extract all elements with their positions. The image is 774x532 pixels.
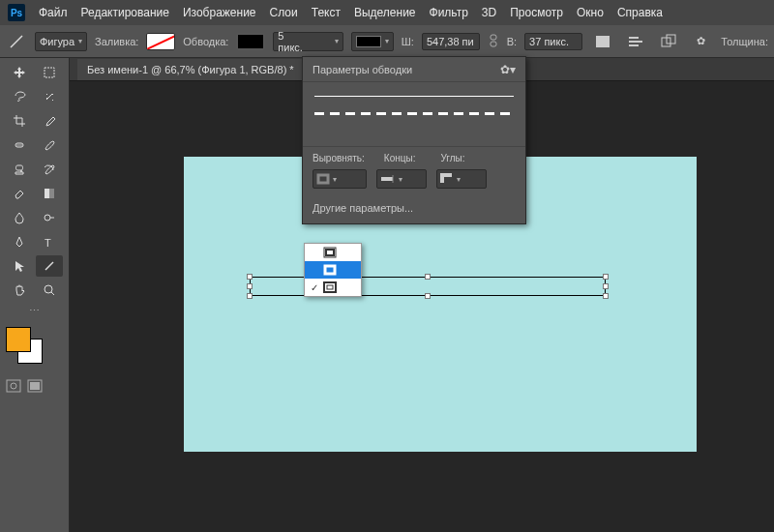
menu-edit[interactable]: Редактирование (81, 6, 169, 19)
path-select-tool[interactable] (6, 255, 33, 277)
menu-select[interactable]: Выделение (354, 6, 416, 19)
app-logo: Ps (8, 4, 25, 21)
svg-point-11 (16, 144, 17, 145)
svg-rect-9 (45, 68, 54, 77)
align-label: Выровнять: (313, 153, 365, 163)
stroke-style-dropdown[interactable]: ▾ (351, 32, 394, 51)
crop-tool[interactable] (6, 110, 33, 132)
heal-tool[interactable] (6, 134, 33, 156)
svg-point-19 (45, 285, 52, 293)
gradient-tool[interactable] (36, 183, 63, 204)
menu-3d[interactable]: 3D (482, 6, 496, 19)
svg-point-22 (11, 383, 16, 389)
svg-rect-2 (491, 42, 496, 46)
eyedropper-tool[interactable] (36, 110, 63, 132)
svg-rect-27 (381, 177, 393, 181)
more-options-link[interactable]: Другие параметры... (303, 196, 525, 223)
fill-label: Заливка: (95, 36, 138, 47)
link-wh-icon[interactable] (488, 34, 499, 49)
fill-swatch[interactable] (146, 33, 175, 50)
menu-view[interactable]: Просмотр (510, 6, 563, 19)
wand-tool[interactable] (36, 86, 63, 107)
align-option-outside[interactable]: ✓ (305, 279, 361, 296)
svg-rect-5 (629, 41, 642, 43)
fg-color-swatch[interactable] (6, 327, 31, 352)
toolbox: T ⋯ (0, 58, 70, 532)
stamp-tool[interactable] (6, 159, 33, 180)
align-dropdown-list: ✓ (304, 243, 362, 297)
dodge-tool[interactable] (36, 207, 63, 228)
caps-label: Концы: (384, 153, 416, 163)
svg-rect-24 (30, 382, 40, 390)
stroke-preset-dashed[interactable] (314, 112, 514, 115)
menu-filter[interactable]: Фильтр (430, 6, 468, 19)
line-tool-icon (6, 31, 27, 52)
menu-file[interactable]: Файл (39, 6, 68, 19)
svg-rect-32 (324, 282, 336, 292)
stroke-width-dropdown[interactable]: 5 пикс.▾ (273, 32, 342, 51)
blur-tool[interactable] (6, 207, 33, 228)
arrange-icon[interactable] (623, 31, 648, 52)
zoom-tool[interactable] (36, 280, 63, 301)
menu-text[interactable]: Текст (312, 6, 341, 19)
svg-rect-33 (327, 285, 333, 289)
svg-rect-4 (629, 37, 639, 39)
width-input[interactable]: 547,38 пи (422, 33, 480, 50)
align-option-inside[interactable] (305, 244, 361, 261)
svg-rect-1 (491, 35, 496, 40)
options-bar: Фигура▾ Заливка: Обводка: 5 пикс.▾ ▾ Ш: … (0, 25, 774, 58)
color-swatches[interactable] (6, 327, 45, 366)
svg-rect-15 (45, 189, 49, 198)
line-shape-tool[interactable] (36, 255, 63, 277)
height-input[interactable]: 37 пикс. (524, 33, 582, 50)
menu-help[interactable]: Справка (617, 6, 663, 19)
svg-line-18 (45, 262, 53, 270)
svg-point-12 (18, 144, 19, 145)
hand-tool[interactable] (6, 280, 33, 301)
stroke-preset-solid[interactable] (314, 96, 514, 97)
stroke-preset-dotted[interactable] (314, 131, 514, 133)
menu-bar: Ps Файл Редактирование Изображение Слои … (0, 0, 774, 25)
quickmask-icon[interactable] (6, 379, 21, 395)
caps-dropdown[interactable]: ▾ (376, 169, 427, 189)
svg-rect-31 (325, 266, 335, 274)
svg-line-20 (51, 292, 54, 295)
menu-image[interactable]: Изображение (183, 6, 256, 19)
svg-point-16 (45, 215, 50, 221)
menu-window[interactable]: Окно (577, 6, 604, 19)
stroke-options-popup: Параметры обводки ✿▾ Выровнять: Концы: У… (302, 56, 526, 224)
history-brush-tool[interactable] (36, 159, 63, 180)
document-tab[interactable]: Без имени-1 @ 66,7% (Фигура 1, RGB/8) * (77, 59, 304, 80)
stroke-swatch[interactable] (236, 33, 265, 50)
stroke-label: Обводка: (183, 36, 228, 47)
menu-layers[interactable]: Слои (270, 6, 298, 19)
svg-rect-6 (629, 44, 639, 46)
align-dropdown[interactable]: ▾ (313, 169, 367, 189)
pen-tool[interactable] (6, 231, 33, 252)
height-label: В: (507, 36, 517, 47)
gear-icon[interactable]: ✿ (688, 31, 713, 52)
mode-dropdown[interactable]: Фигура▾ (35, 32, 87, 51)
move-tool[interactable] (6, 62, 33, 83)
svg-rect-21 (7, 380, 20, 392)
svg-point-13 (20, 144, 21, 145)
svg-rect-3 (596, 36, 610, 47)
eraser-tool[interactable] (6, 183, 33, 204)
screenmode-icon[interactable] (27, 379, 43, 395)
width-label: Ш: (402, 36, 414, 47)
align-icon[interactable] (590, 31, 615, 52)
svg-rect-26 (318, 175, 328, 183)
svg-rect-30 (326, 250, 334, 255)
align-option-center[interactable] (305, 261, 361, 279)
corners-label: Углы: (440, 153, 464, 163)
popup-gear-icon[interactable]: ✿▾ (500, 63, 516, 76)
marquee-tool[interactable] (36, 62, 63, 83)
corners-dropdown[interactable]: ▾ (436, 169, 487, 189)
type-tool[interactable]: T (36, 231, 63, 252)
svg-text:T: T (45, 237, 51, 249)
popup-title: Параметры обводки (313, 64, 412, 75)
brush-tool[interactable] (36, 134, 63, 156)
lasso-tool[interactable] (6, 86, 33, 107)
thickness-label: Толщина: (721, 36, 768, 47)
path-ops-icon[interactable] (656, 31, 681, 52)
